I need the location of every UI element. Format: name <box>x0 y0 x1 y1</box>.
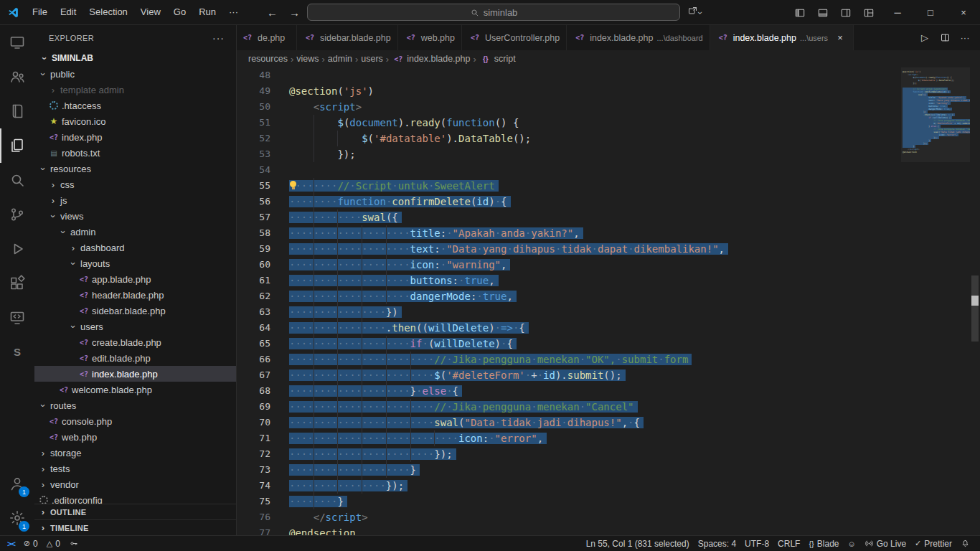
breadcrumb-admin[interactable]: admin <box>328 54 352 64</box>
folder-resources[interactable]: ›resources <box>34 161 236 176</box>
line-number[interactable]: 48 <box>237 67 270 83</box>
folder-layouts[interactable]: ›layouts <box>34 255 236 271</box>
code-line-75[interactable]: 75········} <box>237 494 901 509</box>
file-welcome-blade-php[interactable]: <?welcome.blade.php <box>34 382 236 397</box>
breadcrumb-users[interactable]: users <box>361 54 383 64</box>
tab-usercontroller-php[interactable]: <?UserController.php <box>462 25 567 50</box>
scrollbar-thumb[interactable] <box>971 276 979 342</box>
layout-panel-icon[interactable] <box>814 4 832 22</box>
code-line-53[interactable]: 53 }); <box>237 146 901 162</box>
section-timeline[interactable]: ›TIMELINE <box>34 519 236 535</box>
layout-grid-icon[interactable] <box>859 4 878 22</box>
notifications[interactable] <box>956 536 974 551</box>
breadcrumb-resources[interactable]: resources <box>248 54 288 64</box>
file-web-php[interactable]: <?web.php <box>34 429 236 445</box>
file-header-blade-php[interactable]: <?header.blade.php <box>34 287 236 303</box>
code-line-61[interactable]: 61····················buttons:·true, <box>237 273 901 288</box>
indentation[interactable]: Spaces: 4 <box>694 536 740 551</box>
minimap[interactable]: @section('js') <script> $(document).read… <box>901 67 970 535</box>
code-line-63[interactable]: 63················}) <box>237 304 901 320</box>
folder-storage[interactable]: ›storage <box>34 445 236 461</box>
monitor-icon[interactable] <box>0 25 34 60</box>
scrollbar[interactable] <box>970 67 980 535</box>
line-number[interactable]: 76 <box>237 509 270 525</box>
folder-public[interactable]: ›public <box>34 66 236 82</box>
breadcrumb-script[interactable]: {}script <box>479 54 516 64</box>
live-share-icon[interactable] <box>0 60 34 94</box>
file-sidebar-blade-php[interactable]: <?sidebar.blade.php <box>34 303 236 319</box>
s-curve-icon[interactable]: S <box>0 335 34 369</box>
close-button[interactable]: × <box>947 0 980 25</box>
remote-explorer-icon[interactable] <box>0 301 34 335</box>
code-line-50[interactable]: 50 <script> <box>237 99 901 115</box>
code-line-54[interactable]: 54 <box>237 162 901 178</box>
maximize-button[interactable]: □ <box>914 0 947 25</box>
folder-users[interactable]: ›users <box>34 319 236 334</box>
folder-vendor[interactable]: ›vendor <box>34 476 236 492</box>
file-app-blade-php[interactable]: <?app.blade.php <box>34 271 236 287</box>
lightbulb-icon[interactable] <box>290 181 296 187</box>
split-editor-button[interactable] <box>936 29 954 47</box>
run-debug-icon[interactable] <box>0 232 34 266</box>
code-line-69[interactable]: 69························//·Jika·penggu… <box>237 399 901 415</box>
menu-more[interactable]: ··· <box>222 4 245 20</box>
file-console-php[interactable]: <?console.php <box>34 413 236 429</box>
menu-file[interactable]: File <box>26 4 54 20</box>
line-number[interactable]: 58 <box>237 225 270 241</box>
prettier[interactable]: ✓Prettier <box>910 536 956 551</box>
line-number[interactable]: 51 <box>237 115 270 131</box>
line-number[interactable]: 64 <box>237 320 270 336</box>
line-number[interactable]: 72 <box>237 446 270 462</box>
file-editorconfig[interactable]: .editorconfig <box>34 492 236 504</box>
key-tool[interactable] <box>65 536 83 551</box>
code-line-62[interactable]: 62····················dangerMode:·true, <box>237 288 901 304</box>
code-line-60[interactable]: 60····················icon:·"warning", <box>237 257 901 273</box>
folder-js[interactable]: ›js <box>34 192 236 208</box>
encoding[interactable]: UTF-8 <box>740 536 773 551</box>
line-number[interactable]: 74 <box>237 478 270 494</box>
line-number[interactable]: 56 <box>237 194 270 209</box>
language-mode[interactable]: {}Blade <box>804 536 843 551</box>
line-number[interactable]: 54 <box>237 162 270 178</box>
line-number[interactable]: 70 <box>237 415 270 430</box>
layout-sidebar-left-icon[interactable] <box>791 4 809 22</box>
file-htaccess[interactable]: .htaccess <box>34 98 236 113</box>
folder-tests[interactable]: ›tests <box>34 461 236 476</box>
file-index-php[interactable]: <?index.php <box>34 129 236 145</box>
search-icon[interactable] <box>0 163 34 197</box>
code-line-72[interactable]: 72························}); <box>237 446 901 462</box>
code-line-73[interactable]: 73····················} <box>237 462 901 478</box>
extensions-icon[interactable] <box>0 266 34 301</box>
breadcrumb-views[interactable]: views <box>296 54 319 64</box>
file-favicon-ico[interactable]: ★favicon.ico <box>34 113 236 129</box>
file-robots-txt[interactable]: ▤robots.txt <box>34 145 236 161</box>
warnings[interactable]: △0 <box>42 536 65 551</box>
folder-template-admin[interactable]: ›template admin <box>34 82 236 98</box>
line-number[interactable]: 63 <box>237 304 270 320</box>
file-edit-blade-php[interactable]: <?edit.blade.php <box>34 350 236 366</box>
code-line-77[interactable]: 77@endsection <box>237 525 901 535</box>
code-line-51[interactable]: 51 $(document).ready(function() { <box>237 115 901 131</box>
code-line-58[interactable]: 58····················title:·"Apakah·and… <box>237 225 901 241</box>
menu-selection[interactable]: Selection <box>83 4 133 20</box>
code-line-49[interactable]: 49@section('js') <box>237 83 901 99</box>
section-outline[interactable]: ›OUTLINE <box>34 504 236 519</box>
folder-admin[interactable]: ›admin <box>34 224 236 240</box>
line-number[interactable]: 53 <box>237 146 270 162</box>
minimize-button[interactable]: ─ <box>881 0 914 25</box>
layout-sidebar-right-icon[interactable] <box>837 4 855 22</box>
line-number[interactable]: 67 <box>237 367 270 383</box>
remote-indicator[interactable]: >< <box>3 536 19 551</box>
menu-edit[interactable]: Edit <box>54 4 83 20</box>
menu-run[interactable]: Run <box>192 4 222 20</box>
folder-css[interactable]: ›css <box>34 176 236 192</box>
code-line-76[interactable]: 76 </script> <box>237 509 901 525</box>
sidebar-more-actions[interactable]: ··· <box>208 32 229 44</box>
eol[interactable]: CRLF <box>773 536 804 551</box>
forward-button[interactable]: → <box>289 6 300 19</box>
open-window-actions[interactable]: › <box>687 0 702 25</box>
back-button[interactable]: ← <box>267 6 278 19</box>
line-number[interactable]: 66 <box>237 352 270 367</box>
code-line-55[interactable]: 55········//·Script·untuk·SweetAlert <box>237 178 901 194</box>
account-icon[interactable]: 1 <box>0 466 34 501</box>
